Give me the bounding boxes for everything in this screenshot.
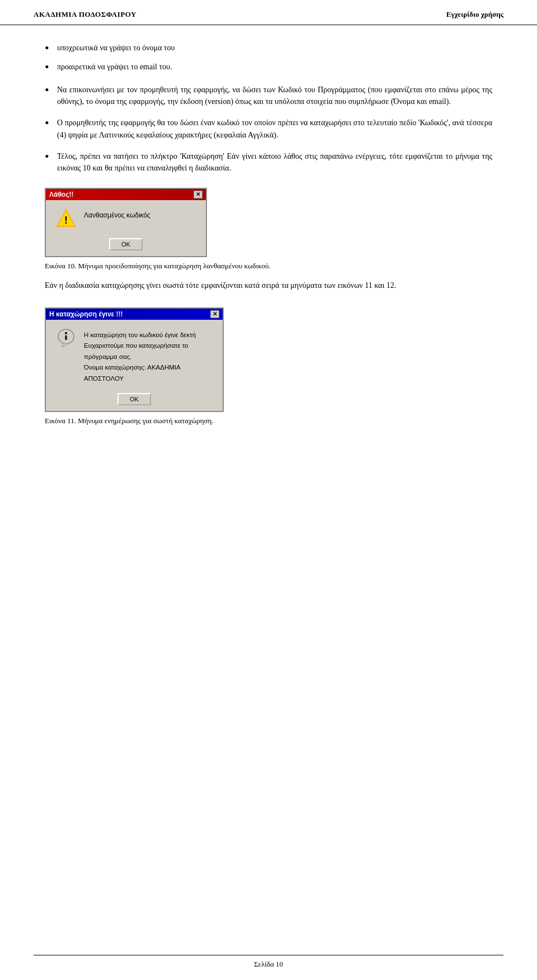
success-dialog-close-button[interactable]: ✕ [210, 310, 219, 318]
bullet-dot: • [45, 83, 57, 97]
error-dialog-wrapper: Λάθος!! ✕ ! Λανθασμένος κωδικός OK [45, 188, 492, 257]
list-item: • υποχρεωτικά να γράψει το όνομα του [45, 42, 492, 55]
bullet-text-3: Να επικοινωνήσει με τον προμηθευτή της ε… [57, 84, 492, 108]
success-caption: Εικόνα 11. Μήνυμα ενημέρωσης για σωστή κ… [45, 416, 492, 425]
error-dialog-close-button[interactable]: ✕ [194, 191, 202, 198]
success-dialog-footer: OK [46, 390, 223, 411]
success-dialog-message: Η καταχώρηση του κωδικού έγινε δεκτή Ευχ… [84, 326, 214, 385]
error-dialog-title: Λάθος!! [49, 191, 73, 198]
warning-icon: ! [55, 207, 77, 229]
success-dialog-wrapper: Η καταχώρηση έγινε !!! ✕ [45, 307, 492, 413]
footer-text: Σελίδα 10 [254, 960, 283, 968]
info-icon [55, 326, 77, 349]
bullet-dot: • [45, 60, 57, 74]
bullet-text-1: υποχρεωτικά να γράψει το όνομα του [57, 42, 175, 54]
success-dialog-titlebar: Η καταχώρηση έγινε !!! ✕ [46, 309, 223, 320]
error-dialog-ok-button[interactable]: OK [109, 238, 143, 250]
error-dialog-footer: OK [46, 235, 206, 256]
list-item: • Ο προμηθευτής της εφαρμογής θα του δώσ… [45, 117, 492, 141]
error-dialog-titlebar: Λάθος!! ✕ [46, 189, 206, 200]
error-dialog-message: Λανθασμένος κωδικός [84, 207, 197, 220]
svg-marker-3 [62, 343, 68, 347]
svg-rect-5 [65, 335, 67, 340]
success-dialog-ok-button[interactable]: OK [117, 393, 151, 405]
error-dialog: Λάθος!! ✕ ! Λανθασμένος κωδικός OK [45, 188, 207, 257]
bullet-section-4: • Τέλος, πρέπει να πατήσει το πλήκτρο 'Κ… [45, 150, 492, 174]
success-line1: Η καταχώρηση του κωδικού έγινε δεκτή [84, 330, 214, 341]
success-line3: Όνομα καταχώρησης: ΑΚΑΔΗΜΙΑ ΑΠΟΣΤΟΛΟΥ [84, 362, 214, 384]
header-left: ΑΚΑΔΗΜΙΑ ΠΟΔΟΣΦΑΙΡΟΥ [34, 10, 136, 19]
error-caption: Εικόνα 10. Μήνυμα προειδοποίησης για κατ… [45, 262, 492, 271]
bullet-dot: • [45, 116, 57, 130]
bullet-text-4: Ο προμηθευτής της εφαρμογής θα του δώσει… [57, 117, 492, 141]
list-item: • Να επικοινωνήσει με τον προμηθευτή της… [45, 84, 492, 108]
bullet-section-3: • Ο προμηθευτής της εφαρμογής θα του δώσ… [45, 117, 492, 141]
bullet-section-1: • υποχρεωτικά να γράψει το όνομα του • π… [45, 42, 492, 75]
list-item: • προαιρετικά να γράψει το email του. [45, 61, 492, 74]
bullet-text-5: Τέλος, πρέπει να πατήσει το πλήκτρο 'Κατ… [57, 150, 492, 174]
bullet-dot: • [45, 149, 57, 164]
list-item: • Τέλος, πρέπει να πατήσει το πλήκτρο 'Κ… [45, 150, 492, 174]
error-dialog-body: ! Λανθασμένος κωδικός [46, 200, 206, 235]
page-header: ΑΚΑΔΗΜΙΑ ΠΟΔΟΣΦΑΙΡΟΥ Εγχειρίδιο χρήσης [0, 0, 537, 25]
bullet-text-2: προαιρετικά να γράψει το email του. [57, 61, 172, 73]
header-right: Εγχειρίδιο χρήσης [446, 10, 503, 19]
svg-text:!: ! [64, 215, 68, 226]
main-content: • υποχρεωτικά να γράψει το όνομα του • π… [0, 25, 537, 451]
bullet-dot: • [45, 41, 57, 55]
paragraph-text: Εάν η διαδικασία καταχώρησης γίνει σωστά… [45, 280, 492, 292]
svg-point-4 [65, 332, 67, 334]
page-footer: Σελίδα 10 [34, 955, 503, 969]
success-dialog-title: Η καταχώρηση έγινε !!! [49, 310, 123, 318]
success-dialog-body: Η καταχώρηση του κωδικού έγινε δεκτή Ευχ… [46, 320, 223, 390]
success-dialog: Η καταχώρηση έγινε !!! ✕ [45, 307, 224, 413]
bullet-section-2: • Να επικοινωνήσει με τον προμηθευτή της… [45, 84, 492, 108]
success-line2: Ευχαριστούμε που καταχωρήσατε το πρόγραμ… [84, 340, 214, 362]
